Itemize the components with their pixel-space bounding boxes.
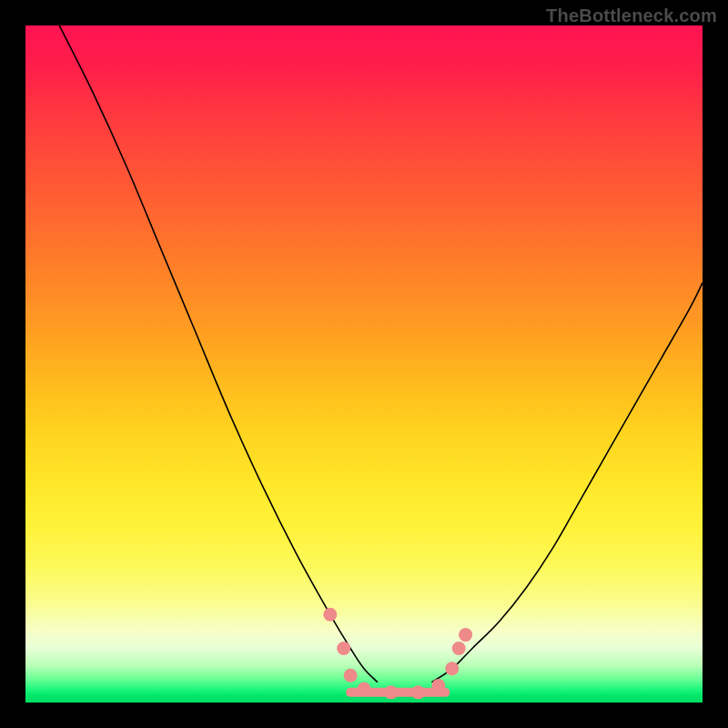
right-curve	[431, 283, 703, 682]
optimal-marker	[384, 685, 398, 699]
left-curve	[59, 25, 378, 682]
optimal-marker	[452, 642, 466, 655]
watermark-text: TheBottleneck.com	[546, 5, 717, 26]
optimal-marker	[344, 669, 358, 682]
curve-layer	[25, 25, 703, 703]
optimal-marker	[358, 682, 371, 696]
optimal-marker	[337, 642, 350, 655]
chart-frame: TheBottleneck.com	[0, 0, 728, 728]
optimal-markers	[323, 608, 472, 700]
optimal-marker	[431, 679, 445, 693]
optimal-marker	[411, 685, 425, 699]
optimal-marker	[459, 628, 472, 642]
plot-area	[25, 25, 703, 703]
optimal-marker	[323, 608, 337, 622]
optimal-marker	[445, 662, 459, 675]
